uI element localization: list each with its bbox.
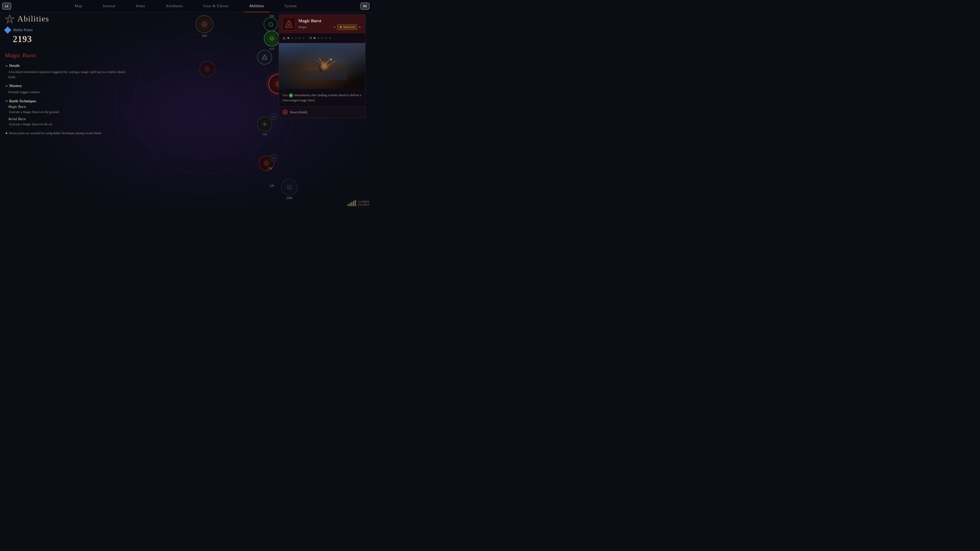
techniques-title: Battle Techniques: [9, 99, 36, 103]
triangle-button-icon: [289, 94, 293, 97]
mastery-text: Extends trigger window.: [8, 89, 133, 95]
ability-points-value: 2193: [13, 34, 133, 44]
star-4: ★: [298, 36, 301, 40]
mastery-title: Mastery: [9, 84, 22, 88]
side-buttons: [270, 107, 278, 127]
ability-main-name: Magic Burst: [5, 52, 133, 59]
nav-journal[interactable]: Journal: [92, 0, 125, 12]
nav-items[interactable]: Items: [126, 0, 156, 12]
node-mid-label: 120: [257, 133, 272, 136]
right-panel: Magic Burst Magic ◄ ★ Mastered ► ⚔: [279, 14, 366, 118]
reset-label: Reset (Hold): [290, 110, 307, 114]
watermark-line1: GAMER: [358, 200, 369, 203]
l2-button[interactable]: L2: [1, 0, 12, 12]
card-header: Magic Burst Magic ◄ ★ Mastered ►: [279, 14, 365, 33]
nav-items: Map Journal Items Attributes Gear & Eiko…: [12, 0, 360, 12]
details-title: Details: [9, 64, 20, 68]
card-description: Use immediately after landing a melee at…: [279, 89, 365, 106]
abilities-title-row: Abilities: [5, 14, 133, 24]
svg-marker-5: [262, 55, 267, 59]
icon-bottom-right-large[interactable]: 2300: [281, 179, 298, 200]
abilities-title-text: Abilities: [18, 14, 49, 24]
ability-preview-image: [279, 43, 365, 89]
details-arrow-icon: ⇒: [5, 64, 8, 68]
technique2-name: Aerial Burst: [8, 117, 133, 121]
svg-marker-0: [6, 15, 14, 23]
special-star-1: ★: [313, 36, 316, 40]
r2-badge: R2: [360, 3, 369, 10]
svg-point-25: [273, 116, 275, 118]
svg-point-8: [270, 37, 274, 40]
icon-top-right[interactable]: [264, 17, 278, 32]
watermark: GAMER GUIDES: [348, 200, 369, 206]
counter-bottom2: 120: [269, 184, 274, 188]
bar-1: [348, 204, 349, 206]
nav-attributes[interactable]: Attributes: [156, 0, 193, 12]
navigation-bar: L2 Map Journal Items Attributes Gear & E…: [0, 0, 372, 12]
ability-detail-section: Magic Burst ⇒ Details A localized elemen…: [5, 52, 133, 135]
node-top-label: 1895: [196, 34, 213, 37]
svg-point-26: [273, 158, 274, 159]
details-header-row: ⇒ Details: [5, 64, 133, 68]
nav-right-arrow[interactable]: ►: [359, 25, 362, 29]
abilities-icon: [5, 14, 14, 24]
watermark-line2: GUIDES: [358, 203, 369, 206]
watermark-text-group: GAMER GUIDES: [358, 200, 369, 206]
bonus-star-icon: ★: [5, 131, 8, 135]
circle-fill: [284, 111, 286, 113]
mastered-label: Mastered: [343, 25, 355, 29]
technique2: Aerial Burst Execute a Magic Burst in th…: [8, 117, 133, 126]
reset-button[interactable]: Reset (Hold): [279, 106, 365, 118]
special-star-3: ★: [321, 36, 324, 40]
ability-points-section: Ability Points: [5, 27, 133, 33]
card-icon: [283, 17, 295, 30]
techniques-header-row: ⇒ Battle Techniques: [5, 99, 133, 103]
bar-2: [349, 203, 351, 206]
bonus-text: Bonus points are awarded for using Battl…: [9, 131, 102, 135]
nav-map[interactable]: Map: [65, 0, 93, 12]
svg-point-10: [288, 24, 290, 26]
r2-container: R2: [360, 3, 371, 10]
mastery-arrow-icon: ⇒: [5, 84, 8, 88]
card-type: Magic: [298, 25, 307, 29]
special-rating-group: ↺ ★ ★ ★ ★ ★: [309, 36, 331, 40]
description-pre: Use: [283, 94, 287, 97]
sword-icon: ⚔: [283, 36, 286, 40]
settings-icon[interactable]: [270, 114, 277, 120]
techniques-arrow-icon: ⇒: [5, 99, 8, 103]
counter-bottom: 150: [267, 167, 272, 170]
refresh-icon: ↺: [309, 36, 312, 40]
left-panel: Abilities Ability Points 2193 Magic Burs…: [5, 14, 133, 135]
svg-rect-11: [301, 71, 347, 80]
technique2-desc: Execute a Magic Burst in the air.: [9, 122, 133, 126]
nav-left-arrow[interactable]: ◄: [333, 25, 336, 29]
card-subtitle-row: Magic ◄ ★ Mastered ►: [298, 24, 362, 30]
node-top[interactable]: 1895: [196, 15, 213, 37]
mastered-star-icon: ★: [339, 25, 342, 29]
attack-rating-group: ⚔ ★ ★ ★ ★ ★: [283, 36, 305, 40]
bar-4: [353, 201, 354, 206]
node-center[interactable]: [199, 61, 215, 77]
sky-gradient: [279, 43, 365, 66]
settings-icon-2[interactable]: [270, 155, 278, 162]
nav-system[interactable]: System: [274, 0, 307, 12]
bonus-note: ★ Bonus points are awarded for using Bat…: [5, 131, 133, 135]
star-5: ★: [302, 36, 305, 40]
special-star-4: ★: [325, 36, 328, 40]
star-1: ★: [287, 36, 290, 40]
svg-point-1: [8, 17, 11, 20]
circle-icon: [283, 110, 288, 115]
card-name: Magic Burst: [298, 18, 362, 24]
nav-gear[interactable]: Gear & Eikons: [193, 0, 239, 12]
node-right1[interactable]: [257, 50, 272, 65]
mastery-header-row: ⇒ Mastery: [5, 84, 133, 88]
special-star-5: ★: [328, 36, 331, 40]
technique1-desc: Execute a Magic Burst on the ground.: [9, 110, 133, 114]
star-3: ★: [294, 36, 298, 40]
bar-5: [355, 200, 356, 206]
ap-diamond-icon: [4, 27, 11, 34]
nav-abilities[interactable]: Abilities: [239, 0, 274, 12]
ability-points-label: Ability Points: [13, 28, 33, 32]
technique1: Magic Burst Execute a Magic Burst on the…: [8, 105, 133, 114]
star-2: ★: [291, 36, 293, 40]
